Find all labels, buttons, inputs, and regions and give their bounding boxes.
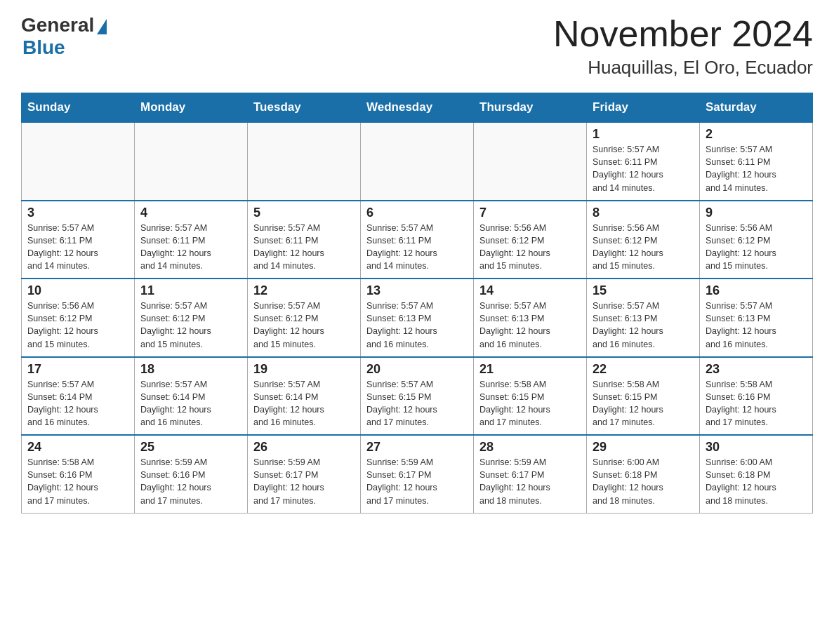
month-title: November 2024	[553, 14, 813, 54]
day-number: 17	[27, 362, 128, 377]
logo: General Blue	[21, 14, 107, 59]
day-cell: 7Sunrise: 5:56 AMSunset: 6:12 PMDaylight…	[474, 201, 587, 279]
day-cell: 22Sunrise: 5:58 AMSunset: 6:15 PMDayligh…	[587, 357, 700, 436]
day-info: Sunrise: 5:57 AMSunset: 6:14 PMDaylight:…	[140, 378, 241, 429]
header-thursday: Thursday	[474, 93, 587, 123]
day-cell: 9Sunrise: 5:56 AMSunset: 6:12 PMDaylight…	[700, 201, 813, 279]
day-number: 19	[253, 362, 355, 377]
day-number: 22	[593, 362, 694, 377]
day-cell	[248, 122, 361, 201]
day-cell: 1Sunrise: 5:57 AMSunset: 6:11 PMDaylight…	[587, 122, 700, 201]
day-number: 1	[593, 127, 694, 142]
day-number: 24	[27, 440, 128, 455]
day-cell: 15Sunrise: 5:57 AMSunset: 6:13 PMDayligh…	[587, 279, 700, 357]
day-info: Sunrise: 5:56 AMSunset: 6:12 PMDaylight:…	[706, 222, 807, 273]
day-info: Sunrise: 5:57 AMSunset: 6:14 PMDaylight:…	[253, 378, 355, 429]
day-info: Sunrise: 5:57 AMSunset: 6:12 PMDaylight:…	[140, 300, 241, 351]
day-cell	[361, 122, 474, 201]
day-number: 4	[140, 206, 241, 220]
day-info: Sunrise: 5:57 AMSunset: 6:14 PMDaylight:…	[27, 378, 128, 429]
day-cell: 24Sunrise: 5:58 AMSunset: 6:16 PMDayligh…	[22, 435, 135, 513]
day-cell: 25Sunrise: 5:59 AMSunset: 6:16 PMDayligh…	[135, 435, 248, 513]
day-cell: 3Sunrise: 5:57 AMSunset: 6:11 PMDaylight…	[22, 201, 135, 279]
header-tuesday: Tuesday	[248, 93, 361, 123]
week-row-5: 24Sunrise: 5:58 AMSunset: 6:16 PMDayligh…	[22, 435, 813, 513]
day-cell: 8Sunrise: 5:56 AMSunset: 6:12 PMDaylight…	[587, 201, 700, 279]
day-cell: 17Sunrise: 5:57 AMSunset: 6:14 PMDayligh…	[22, 357, 135, 436]
day-info: Sunrise: 5:56 AMSunset: 6:12 PMDaylight:…	[479, 222, 581, 273]
day-number: 27	[366, 440, 468, 455]
day-number: 29	[593, 440, 694, 455]
day-number: 2	[706, 127, 807, 142]
day-cell: 2Sunrise: 5:57 AMSunset: 6:11 PMDaylight…	[700, 122, 813, 201]
day-info: Sunrise: 5:57 AMSunset: 6:13 PMDaylight:…	[479, 300, 581, 351]
day-number: 18	[140, 362, 241, 377]
logo-triangle-icon	[97, 19, 107, 34]
day-number: 26	[253, 440, 355, 455]
day-number: 20	[366, 362, 468, 377]
day-number: 7	[479, 206, 581, 220]
header-saturday: Saturday	[700, 93, 813, 123]
day-cell	[474, 122, 587, 201]
day-number: 8	[593, 206, 694, 220]
day-number: 28	[479, 440, 581, 455]
day-cell: 21Sunrise: 5:58 AMSunset: 6:15 PMDayligh…	[474, 357, 587, 436]
day-info: Sunrise: 5:58 AMSunset: 6:15 PMDaylight:…	[593, 378, 694, 429]
day-cell: 20Sunrise: 5:57 AMSunset: 6:15 PMDayligh…	[361, 357, 474, 436]
day-cell: 14Sunrise: 5:57 AMSunset: 6:13 PMDayligh…	[474, 279, 587, 357]
day-info: Sunrise: 5:58 AMSunset: 6:15 PMDaylight:…	[479, 378, 581, 429]
day-cell: 19Sunrise: 5:57 AMSunset: 6:14 PMDayligh…	[248, 357, 361, 436]
day-info: Sunrise: 5:59 AMSunset: 6:16 PMDaylight:…	[140, 456, 241, 507]
day-number: 21	[479, 362, 581, 377]
day-number: 10	[27, 283, 128, 298]
header-wednesday: Wednesday	[361, 93, 474, 123]
header-sunday: Sunday	[22, 93, 135, 123]
header-monday: Monday	[135, 93, 248, 123]
day-cell	[135, 122, 248, 201]
day-info: Sunrise: 5:57 AMSunset: 6:11 PMDaylight:…	[27, 222, 128, 273]
header-friday: Friday	[587, 93, 700, 123]
day-number: 13	[366, 283, 468, 298]
day-number: 25	[140, 440, 241, 455]
day-info: Sunrise: 5:57 AMSunset: 6:11 PMDaylight:…	[140, 222, 241, 273]
day-cell: 4Sunrise: 5:57 AMSunset: 6:11 PMDaylight…	[135, 201, 248, 279]
day-info: Sunrise: 6:00 AMSunset: 6:18 PMDaylight:…	[593, 456, 694, 507]
day-info: Sunrise: 5:56 AMSunset: 6:12 PMDaylight:…	[593, 222, 694, 273]
day-info: Sunrise: 5:58 AMSunset: 6:16 PMDaylight:…	[27, 456, 128, 507]
day-cell: 5Sunrise: 5:57 AMSunset: 6:11 PMDaylight…	[248, 201, 361, 279]
day-info: Sunrise: 5:59 AMSunset: 6:17 PMDaylight:…	[366, 456, 468, 507]
day-info: Sunrise: 5:57 AMSunset: 6:13 PMDaylight:…	[366, 300, 468, 351]
day-cell: 10Sunrise: 5:56 AMSunset: 6:12 PMDayligh…	[22, 279, 135, 357]
day-number: 9	[706, 206, 807, 220]
week-row-1: 1Sunrise: 5:57 AMSunset: 6:11 PMDaylight…	[22, 122, 813, 201]
day-number: 23	[706, 362, 807, 377]
day-info: Sunrise: 5:57 AMSunset: 6:11 PMDaylight:…	[366, 222, 468, 273]
calendar-table: Sunday Monday Tuesday Wednesday Thursday…	[21, 93, 813, 514]
week-row-2: 3Sunrise: 5:57 AMSunset: 6:11 PMDaylight…	[22, 201, 813, 279]
logo-blue-text: Blue	[22, 36, 65, 59]
day-info: Sunrise: 5:57 AMSunset: 6:13 PMDaylight:…	[706, 300, 807, 351]
day-cell: 30Sunrise: 6:00 AMSunset: 6:18 PMDayligh…	[700, 435, 813, 513]
day-cell: 27Sunrise: 5:59 AMSunset: 6:17 PMDayligh…	[361, 435, 474, 513]
page-header: General Blue November 2024 Huaquillas, E…	[21, 14, 813, 79]
day-info: Sunrise: 5:58 AMSunset: 6:16 PMDaylight:…	[706, 378, 807, 429]
day-cell: 29Sunrise: 6:00 AMSunset: 6:18 PMDayligh…	[587, 435, 700, 513]
day-number: 14	[479, 283, 581, 298]
week-row-3: 10Sunrise: 5:56 AMSunset: 6:12 PMDayligh…	[22, 279, 813, 357]
day-info: Sunrise: 5:57 AMSunset: 6:13 PMDaylight:…	[593, 300, 694, 351]
day-info: Sunrise: 5:59 AMSunset: 6:17 PMDaylight:…	[253, 456, 355, 507]
day-cell: 28Sunrise: 5:59 AMSunset: 6:17 PMDayligh…	[474, 435, 587, 513]
day-number: 11	[140, 283, 241, 298]
day-number: 15	[593, 283, 694, 298]
day-cell: 6Sunrise: 5:57 AMSunset: 6:11 PMDaylight…	[361, 201, 474, 279]
day-info: Sunrise: 5:57 AMSunset: 6:15 PMDaylight:…	[366, 378, 468, 429]
day-cell: 23Sunrise: 5:58 AMSunset: 6:16 PMDayligh…	[700, 357, 813, 436]
day-info: Sunrise: 5:57 AMSunset: 6:11 PMDaylight:…	[706, 143, 807, 194]
day-info: Sunrise: 5:56 AMSunset: 6:12 PMDaylight:…	[27, 300, 128, 351]
day-info: Sunrise: 5:57 AMSunset: 6:11 PMDaylight:…	[253, 222, 355, 273]
day-info: Sunrise: 5:59 AMSunset: 6:17 PMDaylight:…	[479, 456, 581, 507]
day-number: 6	[366, 206, 468, 220]
day-number: 30	[706, 440, 807, 455]
day-cell	[22, 122, 135, 201]
title-block: November 2024 Huaquillas, El Oro, Ecuado…	[553, 14, 813, 79]
